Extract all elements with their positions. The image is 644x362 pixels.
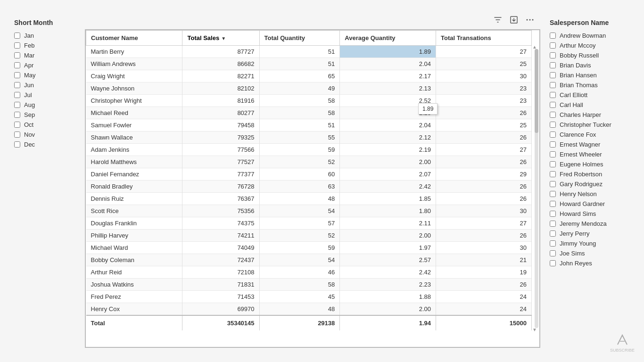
cell-14-name: Douglas Franklin bbox=[86, 217, 182, 230]
month-checkbox-aug[interactable] bbox=[14, 102, 20, 108]
month-checkbox-dec[interactable] bbox=[14, 141, 20, 148]
salesperson-item-charles-harper[interactable]: Charles Harper bbox=[550, 111, 637, 118]
salesperson-item-jeremy-mendoza[interactable]: Jeremy Mendoza bbox=[550, 220, 637, 227]
salesperson-checkbox-andrew-bowman[interactable] bbox=[550, 33, 556, 39]
cell-6-totalQty: 51 bbox=[259, 119, 340, 132]
month-checkbox-oct[interactable] bbox=[14, 122, 20, 128]
salesperson-checkbox-brian-davis[interactable] bbox=[550, 62, 556, 68]
salesperson-item-carl-elliott[interactable]: Carl Elliott bbox=[550, 91, 637, 99]
salesperson-item-brian-hansen[interactable]: Brian Hansen bbox=[550, 72, 637, 79]
cell-4-totalTrans: 23 bbox=[436, 95, 532, 107]
salesperson-item-joe-sims[interactable]: Joe Sims bbox=[550, 250, 637, 257]
salesperson-item-howard-sims[interactable]: Howard Sims bbox=[550, 210, 637, 217]
month-checkbox-may[interactable] bbox=[14, 72, 20, 78]
month-label-jul: Jul bbox=[24, 91, 32, 99]
salesperson-checkbox-jerry-perry[interactable] bbox=[550, 230, 556, 237]
salesperson-checkbox-brian-thomas[interactable] bbox=[550, 82, 556, 88]
month-checkbox-sep[interactable] bbox=[14, 112, 20, 118]
salesperson-item-andrew-bowman[interactable]: Andrew Bowman bbox=[550, 32, 637, 39]
export-icon[interactable] bbox=[508, 14, 520, 25]
salesperson-item-henry-nelson[interactable]: Henry Nelson bbox=[550, 190, 637, 197]
salesperson-checkbox-brian-hansen[interactable] bbox=[550, 72, 556, 78]
salesperson-item-clarence-fox[interactable]: Clarence Fox bbox=[550, 131, 637, 138]
salesperson-checkbox-jeremy-mendoza[interactable] bbox=[550, 221, 556, 227]
cell-19-totalQty: 58 bbox=[259, 279, 340, 291]
salesperson-checkbox-carl-hall[interactable] bbox=[550, 102, 556, 108]
salesperson-item-howard-gardner[interactable]: Howard Gardner bbox=[550, 200, 637, 207]
salesperson-checkbox-carl-elliott[interactable] bbox=[550, 92, 556, 98]
salesperson-label-andrew-bowman: Andrew Bowman bbox=[560, 32, 606, 39]
col-header-totalQty[interactable]: Total Quantity bbox=[259, 31, 340, 46]
salesperson-item-ernest-wheeler[interactable]: Ernest Wheeler bbox=[550, 151, 637, 158]
month-item-apr[interactable]: Apr bbox=[14, 62, 75, 69]
salesperson-label-arthur-mccoy: Arthur Mccoy bbox=[560, 42, 596, 49]
salesperson-item-carl-hall[interactable]: Carl Hall bbox=[550, 101, 637, 108]
salesperson-item-christopher-tucker[interactable]: Christopher Tucker bbox=[550, 121, 637, 128]
table-row: Michael Reed80277582.2326 bbox=[86, 107, 532, 119]
salesperson-checkbox-ernest-wheeler[interactable] bbox=[550, 151, 556, 157]
salesperson-checkbox-jimmy-young[interactable] bbox=[550, 240, 556, 247]
col-header-avgQty[interactable]: Average Quantity bbox=[340, 31, 436, 46]
month-item-nov[interactable]: Nov bbox=[14, 131, 75, 138]
col-header-totalSales[interactable]: Total Sales▼ bbox=[182, 31, 259, 46]
month-item-mar[interactable]: Mar bbox=[14, 52, 75, 59]
scroll-down[interactable]: ▼ bbox=[532, 327, 537, 333]
salesperson-item-jimmy-young[interactable]: Jimmy Young bbox=[550, 240, 637, 247]
salesperson-item-jerry-perry[interactable]: Jerry Perry bbox=[550, 230, 637, 237]
cell-0-name: Martin Berry bbox=[86, 46, 182, 58]
month-checkbox-mar[interactable] bbox=[14, 52, 20, 58]
salesperson-checkbox-henry-nelson[interactable] bbox=[550, 191, 556, 197]
month-checkbox-apr[interactable] bbox=[14, 62, 20, 68]
salesperson-item-arthur-mccoy[interactable]: Arthur Mccoy bbox=[550, 42, 637, 49]
month-checkbox-nov[interactable] bbox=[14, 132, 20, 138]
scrollbar-thumb[interactable] bbox=[535, 49, 538, 133]
month-item-may[interactable]: May bbox=[14, 72, 75, 79]
salesperson-item-john-reyes[interactable]: John Reyes bbox=[550, 260, 637, 267]
filter-icon[interactable] bbox=[492, 14, 504, 25]
month-item-aug[interactable]: Aug bbox=[14, 101, 75, 108]
month-item-sep[interactable]: Sep bbox=[14, 111, 75, 118]
salesperson-checkbox-christopher-tucker[interactable] bbox=[550, 122, 556, 128]
month-checkbox-feb[interactable] bbox=[14, 42, 20, 49]
month-item-jul[interactable]: Jul bbox=[14, 91, 75, 99]
scroll-up[interactable]: ▲ bbox=[532, 44, 537, 50]
month-item-dec[interactable]: Dec bbox=[14, 141, 75, 148]
month-item-jun[interactable]: Jun bbox=[14, 82, 75, 89]
salesperson-checkbox-eugene-holmes[interactable] bbox=[550, 161, 556, 167]
salesperson-checkbox-arthur-mccoy[interactable] bbox=[550, 42, 556, 49]
salesperson-item-brian-davis[interactable]: Brian Davis bbox=[550, 62, 637, 69]
month-checkbox-jul[interactable] bbox=[14, 92, 20, 98]
salesperson-checkbox-howard-sims[interactable] bbox=[550, 211, 556, 217]
month-checkbox-jun[interactable] bbox=[14, 82, 20, 88]
cell-18-totalSales: 72108 bbox=[182, 266, 259, 279]
salesperson-item-eugene-holmes[interactable]: Eugene Holmes bbox=[550, 161, 637, 168]
salesperson-item-gary-rodriguez[interactable]: Gary Rodriguez bbox=[550, 181, 637, 188]
svg-point-1 bbox=[527, 19, 528, 21]
month-item-jan[interactable]: Jan bbox=[14, 32, 75, 39]
salesperson-checkbox-bobby-russell[interactable] bbox=[550, 52, 556, 58]
salesperson-checkbox-charles-harper[interactable] bbox=[550, 112, 556, 118]
col-header-name[interactable]: Customer Name bbox=[86, 31, 182, 46]
salesperson-item-brian-thomas[interactable]: Brian Thomas bbox=[550, 82, 637, 89]
salesperson-checkbox-howard-gardner[interactable] bbox=[550, 201, 556, 207]
main-area: ▲ ▼ Customer NameTotal Sales▼Total Quant… bbox=[85, 9, 545, 353]
salesperson-checkbox-clarence-fox[interactable] bbox=[550, 132, 556, 138]
salesperson-item-bobby-russell[interactable]: Bobby Russell bbox=[550, 52, 637, 59]
salesperson-label-jeremy-mendoza: Jeremy Mendoza bbox=[560, 220, 607, 227]
table-body: Martin Berry87727511.8927William Andrews… bbox=[86, 46, 532, 316]
salesperson-checkbox-fred-robertson[interactable] bbox=[550, 171, 556, 177]
month-item-oct[interactable]: Oct bbox=[14, 121, 75, 128]
month-checkbox-jan[interactable] bbox=[14, 33, 20, 39]
salesperson-checkbox-john-reyes[interactable] bbox=[550, 260, 556, 266]
col-header-totalTrans[interactable]: Total Transations bbox=[436, 31, 532, 46]
salesperson-checkbox-gary-rodriguez[interactable] bbox=[550, 181, 556, 187]
salesperson-checkbox-ernest-wagner[interactable] bbox=[550, 141, 556, 148]
month-item-feb[interactable]: Feb bbox=[14, 42, 75, 49]
salesperson-item-ernest-wagner[interactable]: Ernest Wagner bbox=[550, 141, 637, 148]
month-label-aug: Aug bbox=[24, 101, 35, 108]
cell-10-totalQty: 60 bbox=[259, 168, 340, 181]
salesperson-item-fred-robertson[interactable]: Fred Robertson bbox=[550, 171, 637, 178]
more-options-icon[interactable] bbox=[524, 14, 536, 25]
salesperson-checkbox-joe-sims[interactable] bbox=[550, 250, 556, 256]
watermark-text: SUBSCRIBE bbox=[610, 348, 635, 353]
